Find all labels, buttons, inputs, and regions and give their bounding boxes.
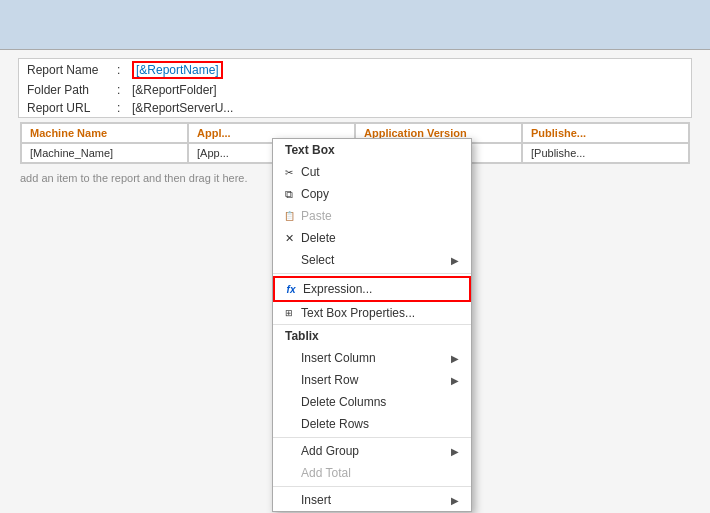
- url-value: [&ReportServerU...: [132, 101, 233, 115]
- properties-icon: ⊞: [281, 305, 297, 321]
- report-url-row: Report URL : [&ReportServerU...: [19, 99, 691, 117]
- expression-icon: fx: [283, 281, 299, 297]
- cut-icon: ✂: [281, 164, 297, 180]
- insert-column-label: Insert Column: [301, 351, 376, 365]
- textbox-section-label: Text Box: [273, 139, 471, 161]
- copy-label: Copy: [301, 187, 329, 201]
- add-total-label: Add Total: [301, 466, 351, 480]
- insert-label: Insert: [301, 493, 331, 507]
- report-name-label: Report Name: [27, 63, 117, 77]
- folder-path-row: Folder Path : [&ReportFolder]: [19, 81, 691, 99]
- delete-columns-menu-item[interactable]: Delete Columns: [273, 391, 471, 413]
- insert-column-arrow-icon: ▶: [451, 353, 459, 364]
- folder-label: Folder Path: [27, 83, 117, 97]
- report-name-row: Report Name : [&ReportName]: [19, 59, 691, 81]
- report-info-box: Report Name : [&ReportName] Folder Path …: [18, 58, 692, 118]
- select-menu-item[interactable]: Select ▶: [273, 249, 471, 271]
- paste-icon: 📋: [281, 208, 297, 224]
- url-colon: :: [117, 101, 132, 115]
- delete-icon: ✕: [281, 230, 297, 246]
- report-designer: Report Name : [&ReportName] Folder Path …: [0, 0, 710, 513]
- separator-3: [273, 486, 471, 487]
- delete-columns-label: Delete Columns: [301, 395, 386, 409]
- col-publisher: Publishe...: [522, 123, 689, 143]
- select-arrow-icon: ▶: [451, 255, 459, 266]
- textbox-properties-menu-item[interactable]: ⊞ Text Box Properties...: [273, 302, 471, 324]
- textbox-properties-label: Text Box Properties...: [301, 306, 415, 320]
- insert-row-arrow-icon: ▶: [451, 375, 459, 386]
- add-group-label: Add Group: [301, 444, 359, 458]
- report-name-value: [&ReportName]: [132, 61, 223, 79]
- url-label: Report URL: [27, 101, 117, 115]
- insert-column-menu-item[interactable]: Insert Column ▶: [273, 347, 471, 369]
- delete-rows-label: Delete Rows: [301, 417, 369, 431]
- copy-menu-item[interactable]: ⧉ Copy: [273, 183, 471, 205]
- paste-menu-item[interactable]: 📋 Paste: [273, 205, 471, 227]
- insert-row-menu-item[interactable]: Insert Row ▶: [273, 369, 471, 391]
- cell-machine: [Machine_Name]: [21, 143, 188, 163]
- delete-label: Delete: [301, 231, 336, 245]
- cut-menu-item[interactable]: ✂ Cut: [273, 161, 471, 183]
- add-total-menu-item[interactable]: Add Total: [273, 462, 471, 484]
- report-name-colon: :: [117, 63, 132, 77]
- delete-menu-item[interactable]: ✕ Delete: [273, 227, 471, 249]
- cell-publisher: [Publishe...: [522, 143, 689, 163]
- top-bar: [0, 0, 710, 50]
- separator-1: [273, 273, 471, 274]
- tablix-section-label: Tablix: [273, 324, 471, 347]
- insert-menu-item[interactable]: Insert ▶: [273, 489, 471, 511]
- delete-rows-menu-item[interactable]: Delete Rows: [273, 413, 471, 435]
- add-group-menu-item[interactable]: Add Group ▶: [273, 440, 471, 462]
- add-group-arrow-icon: ▶: [451, 446, 459, 457]
- expression-label: Expression...: [303, 282, 372, 296]
- cut-label: Cut: [301, 165, 320, 179]
- folder-value: [&ReportFolder]: [132, 83, 217, 97]
- expression-menu-item[interactable]: fx Expression...: [273, 276, 471, 302]
- canvas-area: Report Name : [&ReportName] Folder Path …: [0, 50, 710, 513]
- paste-label: Paste: [301, 209, 332, 223]
- insert-arrow-icon: ▶: [451, 495, 459, 506]
- col-machine-name: Machine Name: [21, 123, 188, 143]
- copy-icon: ⧉: [281, 186, 297, 202]
- select-label: Select: [301, 253, 334, 267]
- folder-colon: :: [117, 83, 132, 97]
- context-menu: Text Box ✂ Cut ⧉ Copy 📋 Paste ✕ Delete S…: [272, 138, 472, 512]
- insert-row-label: Insert Row: [301, 373, 358, 387]
- separator-2: [273, 437, 471, 438]
